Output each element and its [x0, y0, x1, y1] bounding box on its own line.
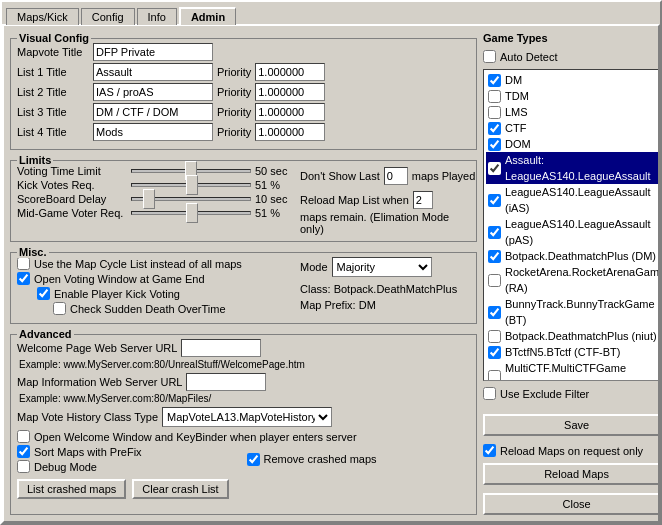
reload-map-row: Reload Map List when maps remain. (Elima… [300, 191, 470, 235]
use-map-cycle-checkbox[interactable] [17, 257, 30, 270]
game-type-checkbox[interactable] [488, 194, 501, 207]
game-type-item[interactable]: DM [486, 72, 660, 88]
kick-votes-slider[interactable] [131, 183, 251, 187]
reload-on-request-checkbox[interactable] [483, 444, 496, 457]
reload-map-input[interactable] [413, 191, 433, 209]
game-type-item[interactable]: CTF [486, 120, 660, 136]
map-vote-history-label: Map Vote History Class Type [17, 411, 158, 423]
list-crashed-button[interactable]: List crashed maps [17, 479, 126, 499]
list1-priority-label: Priority [217, 66, 251, 78]
game-type-checkbox[interactable] [488, 370, 501, 382]
class-value-text: Botpack.DeathMatchPlus [334, 283, 458, 295]
game-type-checkbox[interactable] [488, 90, 501, 103]
tab-config[interactable]: Config [81, 8, 135, 25]
welcome-page-input[interactable] [181, 339, 261, 357]
remove-crashed-checkbox[interactable] [247, 453, 260, 466]
game-type-checkbox[interactable] [488, 306, 501, 319]
midgame-voter-value: 51 % [255, 207, 290, 219]
list4-priority-label: Priority [217, 126, 251, 138]
mode-select[interactable]: Majority [332, 257, 432, 277]
map-info-label: Map Information Web Server URL [17, 376, 182, 388]
game-types-list[interactable]: DMTDMLMSCTFDOMAssault: LeagueAS140.Leagu… [483, 69, 660, 381]
game-type-checkbox[interactable] [488, 122, 501, 135]
tab-admin[interactable]: Admin [179, 7, 236, 25]
game-type-item[interactable]: LeagueAS140.LeagueAssault (pAS) [486, 216, 660, 248]
list3-priority-label: Priority [217, 106, 251, 118]
save-button[interactable]: Save [483, 414, 660, 436]
game-type-label: BTctfN5.BTctf (CTF-BT) [505, 344, 621, 360]
open-welcome-checkbox[interactable] [17, 430, 30, 443]
game-type-item[interactable]: LeagueAS140.LeagueAssault (iAS) [486, 184, 660, 216]
game-type-label: TDM [505, 88, 529, 104]
game-type-item[interactable]: BTctfN5.BTctf (CTF-BT) [486, 344, 660, 360]
list4-priority-input[interactable] [255, 123, 325, 141]
game-type-checkbox[interactable] [488, 162, 501, 175]
debug-mode-checkbox[interactable] [17, 460, 30, 473]
use-map-cycle-row: Use the Map Cycle List instead of all ma… [17, 257, 290, 270]
game-type-checkbox[interactable] [488, 346, 501, 359]
check-sudden-checkbox[interactable] [53, 302, 66, 315]
game-type-item[interactable]: MultiCTF.MultiCTFGame (CTFM) [486, 360, 660, 381]
scoreboard-delay-value: 10 sec [255, 193, 290, 205]
list3-priority-input[interactable] [255, 103, 325, 121]
open-welcome-row: Open Welcome Window and KeyBinder when p… [17, 430, 470, 443]
midgame-voter-slider[interactable] [131, 211, 251, 215]
use-exclude-checkbox[interactable] [483, 387, 496, 400]
open-welcome-label: Open Welcome Window and KeyBinder when p… [34, 431, 357, 443]
game-type-checkbox[interactable] [488, 226, 501, 239]
list1-priority-input[interactable] [255, 63, 325, 81]
list1-input[interactable] [93, 63, 213, 81]
tab-bar: Maps/Kick Config Info Admin [2, 2, 660, 24]
welcome-page-row: Welcome Page Web Server URL [17, 339, 470, 357]
open-voting-checkbox[interactable] [17, 272, 30, 285]
list1-row: List 1 Title Priority [17, 63, 470, 81]
map-info-input[interactable] [186, 373, 266, 391]
clear-crash-button[interactable]: Clear crash List [132, 479, 228, 499]
voting-time-slider[interactable] [131, 169, 251, 173]
reload-on-request-row: Reload Maps on request only [483, 444, 660, 457]
game-type-checkbox[interactable] [488, 330, 501, 343]
reload-maps-button[interactable]: Reload Maps [483, 463, 660, 485]
game-type-item[interactable]: BunnyTrack.BunnyTrackGame (BT) [486, 296, 660, 328]
midgame-voter-row: Mid-Game Voter Req. 51 % [17, 207, 290, 219]
use-exclude-row: Use Exclude Filter [483, 387, 660, 400]
game-type-label: Botpack.DeathmatchPlus (DM) [505, 248, 656, 264]
dont-show-input[interactable] [384, 167, 408, 185]
game-type-item[interactable]: Botpack.DeathmatchPlus (niut) [486, 328, 660, 344]
game-type-checkbox[interactable] [488, 138, 501, 151]
list4-input[interactable] [93, 123, 213, 141]
game-type-label: CTF [505, 120, 526, 136]
game-type-item[interactable]: Botpack.DeathmatchPlus (DM) [486, 248, 660, 264]
voting-time-label: Voting Time Limit [17, 165, 127, 177]
list2-input[interactable] [93, 83, 213, 101]
game-type-item[interactable]: LMS [486, 104, 660, 120]
scoreboard-delay-slider[interactable] [131, 197, 251, 201]
tab-info[interactable]: Info [137, 8, 177, 25]
game-type-checkbox[interactable] [488, 250, 501, 263]
game-type-label: DOM [505, 136, 531, 152]
auto-detect-checkbox[interactable] [483, 50, 496, 63]
mapvote-title-input[interactable] [93, 43, 213, 61]
game-type-item[interactable]: RocketArena.RocketArenaGame (RA) [486, 264, 660, 296]
reload-map-suffix: maps remain. (Elimation Mode only) [300, 211, 470, 235]
midgame-voter-label: Mid-Game Voter Req. [17, 207, 127, 219]
game-type-checkbox[interactable] [488, 274, 501, 287]
game-type-label: LMS [505, 104, 528, 120]
limits-title: Limits [17, 154, 53, 166]
mapvote-title-label: Mapvote Title [17, 46, 89, 58]
game-type-item[interactable]: DOM [486, 136, 660, 152]
remove-crashed-row: Remove crashed maps [247, 453, 471, 466]
game-type-checkbox[interactable] [488, 74, 501, 87]
list2-priority-input[interactable] [255, 83, 325, 101]
game-type-checkbox[interactable] [488, 106, 501, 119]
list3-row: List 3 Title Priority [17, 103, 470, 121]
game-type-item[interactable]: TDM [486, 88, 660, 104]
game-type-item[interactable]: Assault: LeagueAS140.LeagueAssault [486, 152, 660, 184]
game-type-label: LeagueAS140.LeagueAssault (pAS) [505, 216, 660, 248]
sort-maps-checkbox[interactable] [17, 445, 30, 458]
close-button[interactable]: Close [483, 493, 660, 515]
map-vote-history-select[interactable]: MapVoteLA13.MapVoteHistory1 [162, 407, 332, 427]
enable-kick-checkbox[interactable] [37, 287, 50, 300]
list3-input[interactable] [93, 103, 213, 121]
tab-maps-kick[interactable]: Maps/Kick [6, 8, 79, 25]
